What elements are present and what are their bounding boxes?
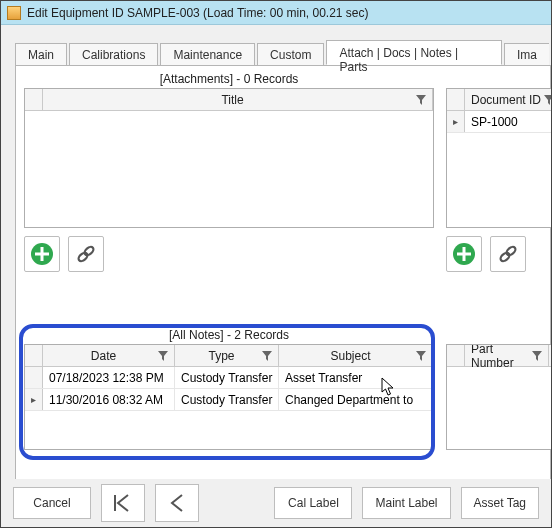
- cell-docid: SP-1000: [465, 111, 552, 132]
- col-title-label: Title: [221, 93, 243, 107]
- filter-icon[interactable]: [158, 351, 168, 361]
- notes-grid[interactable]: Date Type Subject 07/18/2023: [24, 344, 434, 450]
- window-title: Edit Equipment ID SAMPLE-003 (Load Time:…: [27, 6, 369, 20]
- cancel-button[interactable]: Cancel: [13, 487, 91, 519]
- parts-header: [Part: [446, 328, 552, 342]
- svg-point-8: [499, 251, 511, 262]
- tab-attach[interactable]: Attach | Docs | Notes | Parts: [326, 40, 502, 65]
- row-selector[interactable]: ▸: [447, 111, 465, 132]
- link-icon: [75, 243, 97, 265]
- row-selector-header: [447, 345, 465, 366]
- col-title[interactable]: Title: [43, 89, 433, 110]
- svg-point-3: [77, 251, 89, 262]
- work-area: Main Calibrations Maintenance Custom Att…: [1, 25, 551, 527]
- col-type[interactable]: Type: [175, 345, 279, 366]
- cell-subject-text: Asset Transfer: [285, 371, 362, 385]
- filter-icon[interactable]: [416, 95, 426, 105]
- cancel-label: Cancel: [33, 496, 70, 510]
- tab-imag-label: Ima: [517, 48, 537, 62]
- col-document-id-label: Document ID: [471, 93, 541, 107]
- svg-rect-2: [35, 253, 49, 256]
- tab-custom[interactable]: Custom: [257, 43, 324, 66]
- first-icon: [112, 493, 134, 513]
- plus-icon: [30, 242, 54, 266]
- asset-tag-button[interactable]: Asset Tag: [461, 487, 539, 519]
- link-icon: [497, 243, 519, 265]
- cell-date: 07/18/2023 12:38 PM: [43, 367, 175, 388]
- link-document-button[interactable]: [490, 236, 526, 272]
- row-selector-header: [25, 345, 43, 366]
- table-row[interactable]: ▸ SP-1000: [447, 111, 552, 133]
- tab-maintenance[interactable]: Maintenance: [160, 43, 255, 66]
- row-selector[interactable]: [25, 367, 43, 388]
- tab-imag[interactable]: Ima: [504, 43, 549, 66]
- plus-icon: [452, 242, 476, 266]
- attachments-toolbar: [24, 236, 434, 272]
- filter-icon[interactable]: [544, 95, 552, 105]
- parts-grid[interactable]: Part Number Part Name: [446, 344, 552, 450]
- cell-subject: Asset Transfer: [279, 367, 433, 388]
- tab-calibrations[interactable]: Calibrations: [69, 43, 158, 66]
- filter-icon[interactable]: [416, 351, 426, 361]
- app-icon: [7, 6, 21, 20]
- tab-maintenance-label: Maintenance: [173, 48, 242, 62]
- col-date[interactable]: Date: [43, 345, 175, 366]
- cal-label-text: Cal Label: [288, 496, 339, 510]
- cell-date: 11/30/2016 08:32 AM: [43, 389, 175, 410]
- prev-icon: [168, 493, 186, 513]
- col-subject[interactable]: Subject: [279, 345, 433, 366]
- add-attachment-button[interactable]: [24, 236, 60, 272]
- pane-attachments: [Attachments] - 0 Records Title: [24, 72, 434, 320]
- row-selector-header: [447, 89, 465, 110]
- table-row[interactable]: ▸ 11/30/2016 08:32 AM Custody Transfer C…: [25, 389, 433, 411]
- attachments-grid[interactable]: Title: [24, 88, 434, 228]
- filter-icon[interactable]: [262, 351, 272, 361]
- cell-type: Custody Transfer: [175, 367, 279, 388]
- row-selector-header: [25, 89, 43, 110]
- svg-rect-7: [457, 253, 471, 256]
- tab-main[interactable]: Main: [15, 43, 67, 66]
- tab-main-label: Main: [28, 48, 54, 62]
- svg-point-4: [83, 245, 95, 256]
- attachments-header: [Attachments] - 0 Records: [24, 72, 434, 86]
- nav-first-button[interactable]: [101, 484, 145, 522]
- cal-label-button[interactable]: Cal Label: [274, 487, 352, 519]
- link-attachment-button[interactable]: [68, 236, 104, 272]
- pane-documents: [Do Document ID S ▸: [446, 72, 552, 320]
- maint-label-button[interactable]: Maint Label: [362, 487, 450, 519]
- col-document-id[interactable]: Document ID: [465, 89, 552, 110]
- tab-custom-label: Custom: [270, 48, 311, 62]
- col-type-label: Type: [208, 349, 234, 363]
- nav-prev-button[interactable]: [155, 484, 199, 522]
- tab-calibrations-label: Calibrations: [82, 48, 145, 62]
- table-row[interactable]: 07/18/2023 12:38 PM Custody Transfer Ass…: [25, 367, 433, 389]
- footer-bar: Cancel Cal Label Maint Label Asset Tag: [1, 479, 551, 527]
- window-titlebar: Edit Equipment ID SAMPLE-003 (Load Time:…: [1, 1, 551, 25]
- cell-type: Custody Transfer: [175, 389, 279, 410]
- col-subject-label: Subject: [330, 349, 370, 363]
- notes-header: [All Notes] - 2 Records: [24, 328, 434, 342]
- svg-point-9: [505, 245, 517, 256]
- documents-toolbar: [446, 236, 552, 272]
- documents-grid[interactable]: Document ID S ▸ SP-1000: [446, 88, 552, 228]
- tab-body: [Attachments] - 0 Records Title: [15, 65, 551, 497]
- col-date-label: Date: [91, 349, 116, 363]
- col-part-number-label: Part Number: [471, 344, 532, 370]
- row-selector[interactable]: ▸: [25, 389, 43, 410]
- documents-header: [Do: [446, 72, 552, 86]
- filter-icon[interactable]: [532, 351, 542, 361]
- col-part-number[interactable]: Part Number: [465, 345, 549, 366]
- maint-label-text: Maint Label: [375, 496, 437, 510]
- asset-tag-text: Asset Tag: [474, 496, 526, 510]
- cell-subject: Changed Department to: [279, 389, 433, 410]
- tab-strip: Main Calibrations Maintenance Custom Att…: [15, 39, 551, 65]
- add-document-button[interactable]: [446, 236, 482, 272]
